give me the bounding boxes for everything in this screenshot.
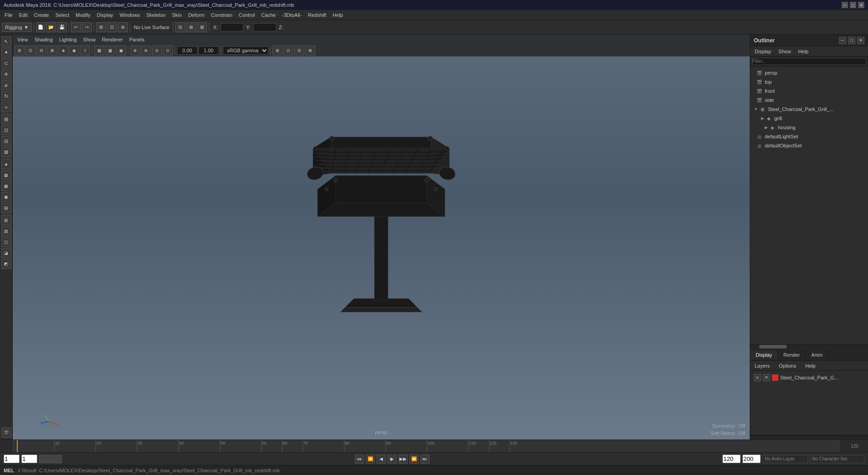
rotate-tool-button[interactable]: ↻ xyxy=(1,91,11,101)
scrollbar-thumb[interactable] xyxy=(759,345,787,349)
frame-current-input[interactable] xyxy=(21,455,37,463)
new-scene-button[interactable]: 📄 xyxy=(36,22,45,32)
vp-tb-13[interactable]: ⊘ xyxy=(152,45,162,56)
open-scene-button[interactable]: 📂 xyxy=(46,22,56,32)
bottom-tool-1[interactable]: 🎬 xyxy=(1,428,11,438)
next-key-button[interactable]: ⏩ xyxy=(409,455,419,464)
menu-skin[interactable]: Skin xyxy=(169,11,184,19)
transform-c-button[interactable]: ⊠ xyxy=(197,22,207,32)
x-input[interactable] xyxy=(221,23,243,31)
frame-end2-input[interactable] xyxy=(742,455,761,463)
vp-tb-4[interactable]: ⊠ xyxy=(47,45,57,56)
frame-end-input[interactable] xyxy=(722,455,741,463)
outliner-item-grill[interactable]: ▶ ◈ grill xyxy=(750,114,868,123)
layers-menu-item[interactable]: Layers xyxy=(752,362,772,369)
outliner-item-side[interactable]: 🎬 side xyxy=(750,96,868,105)
extra-tool-1[interactable]: ▥ xyxy=(1,215,11,225)
vp-show[interactable]: Show xyxy=(81,36,99,43)
menu-windows[interactable]: Windows xyxy=(117,11,143,19)
menu-create[interactable]: Create xyxy=(31,11,52,19)
snap-live-button[interactable]: ⊠ xyxy=(1,147,11,157)
vp-tb-5[interactable]: ◈ xyxy=(58,45,68,56)
minimize-button[interactable]: ─ xyxy=(842,2,848,8)
move-tool-button[interactable]: ✛ xyxy=(1,69,11,79)
vp-tb-1[interactable]: ⊞ xyxy=(15,45,25,56)
outliner-menu-display[interactable]: Display xyxy=(752,48,774,55)
menu-redshift[interactable]: Redshift xyxy=(305,11,329,19)
show-ik-button[interactable]: ▤ xyxy=(1,203,11,213)
expand-arrow-housing[interactable]: ▶ xyxy=(765,125,768,130)
outliner-item-persp[interactable]: 🎬 persp xyxy=(750,68,868,77)
tab-render[interactable]: Render xyxy=(778,350,806,359)
soft-select-button[interactable]: ⊞ xyxy=(1,114,11,124)
goto-end-button[interactable]: ⏭ xyxy=(420,455,429,464)
redo-button[interactable]: ↪ xyxy=(82,22,92,32)
undo-button[interactable]: ↩ xyxy=(71,22,81,32)
menu-skeleton[interactable]: Skeleton xyxy=(143,11,168,19)
prev-key-button[interactable]: ⏪ xyxy=(366,455,375,464)
vp-tb-3[interactable]: ⊟ xyxy=(36,45,46,56)
menu-constrain[interactable]: Constrain xyxy=(208,11,235,19)
layer-p-button[interactable]: P xyxy=(763,374,770,381)
vp-tb-16[interactable]: ⊡ xyxy=(283,45,293,56)
vp-tb-11[interactable]: ⊕ xyxy=(130,45,140,56)
extra-tool-5[interactable]: ◩ xyxy=(1,259,11,269)
brush-tool-button[interactable]: ⌀ xyxy=(1,80,11,90)
outliner-item-default-light-set[interactable]: ◎ defaultLightSet xyxy=(750,132,868,141)
vp-renderer[interactable]: Renderer xyxy=(99,36,126,43)
vp-tb-18[interactable]: ⊠ xyxy=(305,45,315,56)
menu-cache[interactable]: Cache xyxy=(258,11,278,19)
display-panel-scrollbar[interactable] xyxy=(750,435,868,440)
outliner-item-housing[interactable]: ▶ ◈ housing xyxy=(750,123,868,132)
menu-deform[interactable]: Deform xyxy=(186,11,207,19)
menu-control[interactable]: Control xyxy=(236,11,257,19)
options-menu-item[interactable]: Options xyxy=(776,362,799,369)
vp-tb-10[interactable]: ▣ xyxy=(116,45,126,56)
transform-a-button[interactable]: ⊟ xyxy=(175,22,185,32)
menu-3dtoall[interactable]: -3DtoAll- xyxy=(279,11,304,19)
snap-to-point-button[interactable]: ⊡ xyxy=(1,125,11,135)
vp-shading[interactable]: Shading xyxy=(32,36,56,43)
outliner-search-input[interactable] xyxy=(752,58,866,65)
snap-to-grid-button[interactable]: ⊟ xyxy=(1,136,11,146)
next-frame-button[interactable]: ▶▶ xyxy=(399,455,408,464)
layer-v-button[interactable]: V xyxy=(754,374,761,381)
goto-start-button[interactable]: ⏮ xyxy=(355,455,364,464)
menu-modify[interactable]: Modify xyxy=(73,11,93,19)
y-input[interactable] xyxy=(253,23,276,31)
tab-display[interactable]: Display xyxy=(750,350,778,359)
close-button[interactable]: ✕ xyxy=(858,2,864,8)
vp-tb-6[interactable]: ◉ xyxy=(69,45,79,56)
transform-b-button[interactable]: ⊞ xyxy=(186,22,196,32)
outliner-scrollbar[interactable] xyxy=(750,344,868,349)
outliner-item-front[interactable]: 🎬 front xyxy=(750,86,868,96)
maximize-button[interactable]: □ xyxy=(850,2,856,8)
paint-select-button[interactable]: ⊕ xyxy=(118,22,128,32)
outliner-item-steel-group[interactable]: ▼ ⊞ Steel_Charcoal_Park_Grill_... xyxy=(750,105,868,114)
rigging-dropdown[interactable]: Rigging ▼ xyxy=(2,23,32,32)
frame-start-input[interactable] xyxy=(4,455,20,463)
menu-select[interactable]: Select xyxy=(53,11,72,19)
vp-tb-12[interactable]: ⊗ xyxy=(141,45,151,56)
outliner-menu-help[interactable]: Help xyxy=(796,48,812,55)
scale-tool-button[interactable]: ⟡ xyxy=(1,102,11,112)
vp-tb-14[interactable]: ⊙ xyxy=(163,45,173,56)
vp-tb-2[interactable]: ⊡ xyxy=(25,45,35,56)
vp-val1[interactable] xyxy=(177,46,197,55)
show-camera-button[interactable]: ▦ xyxy=(1,170,11,180)
outliner-item-top[interactable]: 🎬 top xyxy=(750,77,868,86)
play-fwd-button[interactable]: ▶ xyxy=(388,455,397,464)
gamma-select[interactable]: sRGB gamma xyxy=(223,46,268,55)
lasso-tool-button[interactable]: ⊂ xyxy=(1,58,11,68)
script-mode-btn[interactable]: MEL xyxy=(4,468,14,473)
vp-tb-15[interactable]: ⊞ xyxy=(273,45,283,56)
outliner-close[interactable]: ✕ xyxy=(857,37,864,44)
select-button[interactable]: ⊞ xyxy=(96,22,106,32)
select-tool-button[interactable]: ↖ xyxy=(1,36,11,46)
extra-tool-4[interactable]: ◪ xyxy=(1,248,11,258)
show-grid-button[interactable]: ▩ xyxy=(1,181,11,191)
menu-file[interactable]: File xyxy=(2,11,15,19)
expand-arrow-grill[interactable]: ▶ xyxy=(761,116,764,121)
menu-edit[interactable]: Edit xyxy=(16,11,30,19)
show-manip-button[interactable]: ◈ xyxy=(1,159,11,169)
